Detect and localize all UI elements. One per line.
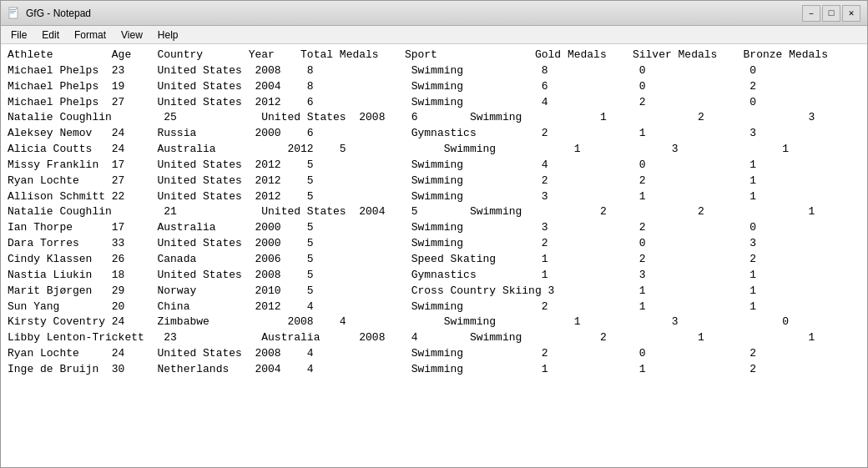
title-bar: GfG - Notepad – □ ✕ xyxy=(1,1,867,26)
window-title: GfG - Notepad xyxy=(26,8,91,19)
close-button[interactable]: ✕ xyxy=(842,5,860,22)
menu-format[interactable]: Format xyxy=(68,28,113,43)
menu-edit[interactable]: Edit xyxy=(35,28,66,43)
menu-file[interactable]: File xyxy=(4,28,33,43)
svg-rect-3 xyxy=(10,13,14,13)
text-content[interactable]: Athlete Age Country Year Total Medals Sp… xyxy=(1,44,867,467)
maximize-button[interactable]: □ xyxy=(822,5,840,22)
app-icon xyxy=(8,7,21,20)
minimize-button[interactable]: – xyxy=(802,5,820,22)
menu-view[interactable]: View xyxy=(114,28,149,43)
menu-bar: File Edit Format View Help xyxy=(1,26,867,44)
window-controls: – □ ✕ xyxy=(802,5,860,22)
menu-help[interactable]: Help xyxy=(151,28,185,43)
svg-rect-1 xyxy=(10,9,16,10)
svg-rect-2 xyxy=(10,11,16,12)
notepad-window: GfG - Notepad – □ ✕ File Edit Format Vie… xyxy=(0,0,868,468)
